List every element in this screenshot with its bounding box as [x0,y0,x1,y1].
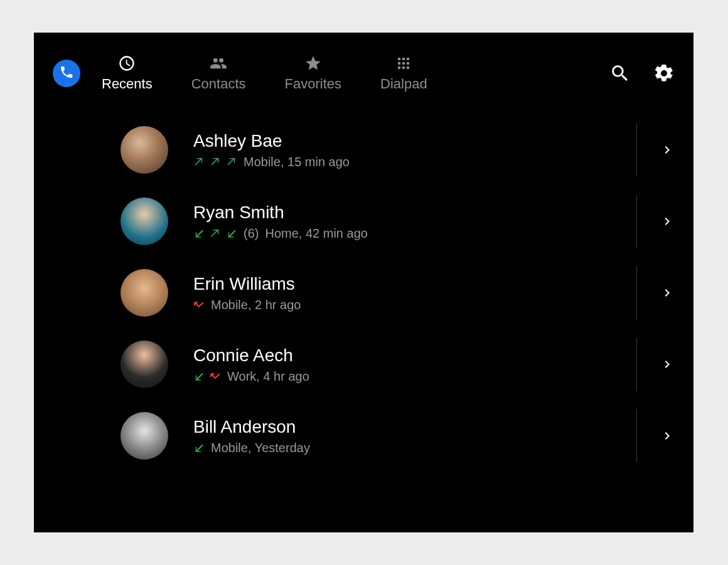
topbar-actions [609,63,675,84]
outgoing-call-icon [210,228,221,239]
svg-point-4 [402,62,405,65]
dialpad-icon [395,55,412,72]
call-row[interactable]: Ashley BaeMobile, 15 min ago [120,114,675,186]
divider [636,338,637,391]
svg-point-2 [407,58,410,61]
call-subline: (6)Home, 42 min ago [193,226,368,241]
call-info: Connie AechWork, 4 hr ago [193,346,309,384]
call-count: (6) [244,226,259,241]
avatar [120,198,168,245]
divider [636,267,637,319]
call-subline: Mobile, 15 min ago [193,155,350,169]
call-row[interactable]: Erin WilliamsMobile, 2 hr ago [120,257,675,329]
star-icon [304,55,322,72]
call-subline: Mobile, 2 hr ago [193,298,301,312]
incoming-call-icon [226,228,237,239]
avatar [120,341,168,388]
detail-chevron[interactable] [660,285,675,300]
missed-call-icon [193,299,205,310]
call-subline: Work, 4 hr ago [193,369,309,384]
call-meta: Mobile, Yesterday [211,441,310,455]
call-row[interactable]: Ryan Smith(6)Home, 42 min ago [120,186,675,257]
incoming-call-icon [193,228,205,239]
detail-chevron[interactable] [660,142,675,157]
call-direction-icons [193,371,221,382]
tab-dialpad[interactable]: Dialpad [380,55,427,92]
call-meta: Home, 42 min ago [265,226,367,241]
contact-name: Bill Anderson [193,417,310,437]
divider [636,195,637,248]
svg-point-7 [402,66,405,70]
call-row[interactable]: Bill AndersonMobile, Yesterday [120,400,675,472]
svg-point-3 [398,62,401,65]
tab-recents[interactable]: Recents [102,55,153,92]
detail-chevron[interactable] [660,357,675,372]
recent-calls-list: Ashley BaeMobile, 15 min agoRyan Smith(6… [34,114,693,472]
outgoing-call-icon [193,156,205,167]
phone-icon [59,65,74,82]
contact-name: Connie Aech [193,346,309,366]
avatar [120,126,168,174]
call-info: Bill AndersonMobile, Yesterday [193,417,310,455]
contact-name: Ryan Smith [193,203,368,223]
phone-app-icon-button[interactable] [53,60,80,87]
tab-contacts[interactable]: Contacts [191,55,246,92]
call-info: Ashley BaeMobile, 15 min ago [193,131,350,169]
call-direction-icons [193,442,205,453]
tab-dialpad-label: Dialpad [380,76,427,92]
row-right [636,257,675,329]
outgoing-call-icon [210,156,221,167]
call-subline: Mobile, Yesterday [193,441,310,455]
outgoing-call-icon [226,156,237,167]
tab-bar: Recents Contacts Favorites Dialpad [102,55,427,92]
row-right [636,186,675,257]
call-meta: Mobile, 15 min ago [244,155,350,169]
svg-point-8 [407,66,410,70]
contact-name: Erin Williams [193,274,301,294]
svg-point-6 [398,66,401,70]
incoming-call-icon [193,442,205,453]
incoming-call-icon [193,371,205,382]
detail-chevron[interactable] [660,428,675,443]
row-right [636,400,675,472]
missed-call-icon [210,371,221,382]
avatar [120,412,168,460]
settings-button[interactable] [653,63,675,84]
call-direction-icons [193,299,205,310]
tab-recents-label: Recents [102,76,153,92]
call-meta: Mobile, 2 hr ago [211,298,301,312]
call-row[interactable]: Connie AechWork, 4 hr ago [120,329,675,400]
phone-app: Recents Contacts Favorites Dialpad [34,33,693,532]
people-icon [210,55,227,72]
avatar [120,269,168,317]
row-right [636,329,675,400]
call-info: Ryan Smith(6)Home, 42 min ago [193,203,368,241]
svg-point-1 [402,58,405,61]
contact-name: Ashley Bae [193,131,350,151]
tab-favorites-label: Favorites [285,76,341,92]
call-info: Erin WilliamsMobile, 2 hr ago [193,274,301,312]
top-bar: Recents Contacts Favorites Dialpad [34,33,693,114]
divider [636,124,637,176]
detail-chevron[interactable] [660,214,675,229]
divider [636,409,637,462]
call-direction-icons [193,228,237,239]
call-direction-icons [193,156,237,167]
clock-icon [118,55,136,72]
svg-point-0 [398,58,401,61]
tab-contacts-label: Contacts [191,76,246,92]
call-meta: Work, 4 hr ago [227,369,309,384]
svg-point-5 [407,62,410,65]
row-right [636,114,675,186]
search-button[interactable] [609,63,631,84]
tab-favorites[interactable]: Favorites [285,55,341,92]
